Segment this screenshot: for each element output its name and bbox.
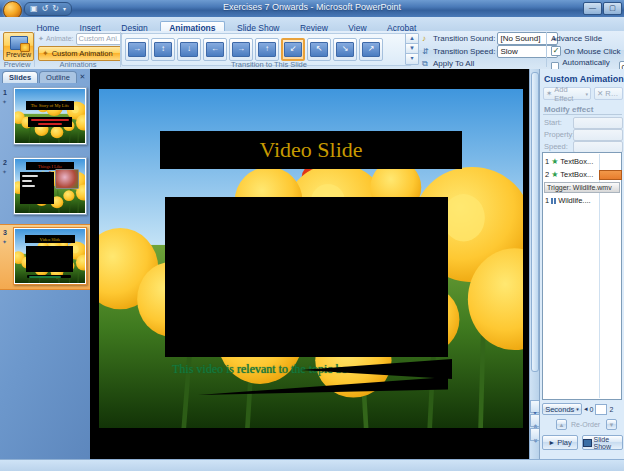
transition-tile[interactable]: ↕ bbox=[151, 38, 175, 61]
powerpoint-window: ▣ ↺ ↻ ▾ Exercises 7 Onwards - Microsoft … bbox=[0, 0, 624, 471]
play-button[interactable]: ► Play bbox=[542, 435, 578, 450]
pause-effect-icon bbox=[551, 198, 556, 204]
preview-button-label: Preview bbox=[6, 51, 31, 58]
close-panel-icon[interactable]: ✕ bbox=[78, 72, 87, 81]
animate-icon: ✦ bbox=[38, 35, 44, 43]
custom-animation-icon: ✦ bbox=[42, 49, 49, 58]
timeline-bar[interactable] bbox=[599, 170, 622, 180]
trigger-animation-item-1[interactable]: 1 Wildlife.... bbox=[545, 195, 619, 206]
scrollbar-thumb[interactable] bbox=[531, 72, 539, 372]
workspace: Slides Outline ✕ 1 ✦ The Story of My Lif… bbox=[0, 69, 624, 459]
add-effect-button[interactable]: ✶ Add Effect ▾ bbox=[543, 87, 591, 100]
preview-icon bbox=[10, 36, 28, 50]
property-label: Property: bbox=[544, 130, 574, 139]
slide-editor-area: Video Slide This video is relevant to th… bbox=[90, 69, 529, 459]
transition-speed-icon: ⇵ bbox=[422, 47, 431, 56]
slide-thumbnail-3[interactable]: Video Slide bbox=[13, 227, 87, 285]
advance-slide-title: Advance Slide bbox=[551, 34, 602, 43]
seconds-dropdown[interactable]: Seconds ▾ bbox=[542, 403, 582, 415]
slide-number: 2 bbox=[3, 159, 7, 166]
timeline-zoom-box[interactable] bbox=[595, 404, 607, 415]
ribbon: Preview Preview ✦ Animate: Custom Ani...… bbox=[0, 31, 624, 70]
status-bar bbox=[0, 459, 624, 471]
transition-tile[interactable]: ↑ bbox=[255, 38, 279, 61]
transition-tile[interactable]: ↖ bbox=[307, 38, 331, 61]
slide-title-textbox[interactable]: Video Slide bbox=[160, 131, 462, 169]
tab-slides[interactable]: Slides bbox=[2, 71, 38, 83]
apply-to-all-icon: ⧉ bbox=[422, 59, 431, 68]
animation-indicator-icon: ✦ bbox=[2, 238, 7, 245]
maximize-button[interactable]: ▢ bbox=[603, 2, 622, 15]
trigger-header: Trigger: Wildlife.wmv bbox=[544, 182, 620, 193]
animation-indicator-icon: ✦ bbox=[2, 98, 7, 105]
animation-item-1[interactable]: 1 ★ TextBox... bbox=[545, 156, 619, 167]
chevron-down-icon: ▾ bbox=[585, 91, 588, 97]
reorder-down-button[interactable]: ▼ bbox=[606, 419, 617, 430]
modify-effect-heading: Modify effect bbox=[544, 105, 593, 114]
reorder-label: Re-Order bbox=[571, 421, 600, 428]
animate-row: ✦ Animate: Custom Ani...▾ bbox=[38, 33, 132, 44]
ribbon-tab-row: Home Insert Design Animations Slide Show… bbox=[0, 17, 624, 31]
transition-speed-select[interactable]: Slow▾ bbox=[497, 45, 558, 58]
reorder-up-button[interactable]: ▲ bbox=[556, 419, 567, 430]
timeline-tick-0: 0 bbox=[590, 406, 594, 413]
on-mouse-click-checkbox[interactable]: ✓ On Mouse Click bbox=[551, 46, 620, 56]
photo-placeholder bbox=[55, 169, 79, 189]
slide-number: 1 bbox=[3, 89, 7, 96]
custom-animation-button[interactable]: ✦ Custom Animation bbox=[38, 46, 126, 61]
preview-button[interactable]: Preview bbox=[3, 32, 34, 61]
add-effect-icon: ✶ bbox=[546, 89, 552, 98]
transition-group-label: Transition to This Slide bbox=[121, 60, 417, 69]
remove-button[interactable]: ✕ Remove bbox=[594, 87, 623, 100]
slide-number: 3 bbox=[3, 229, 7, 236]
slide-thumbnail-2[interactable]: Things I Like bbox=[13, 157, 87, 215]
main-scrollbar[interactable]: ▾ « « bbox=[529, 69, 539, 459]
transition-tile[interactable]: → bbox=[125, 38, 149, 61]
remove-icon: ✕ bbox=[597, 89, 603, 98]
custom-animation-pane: Custom Animation ✶ Add Effect ▾ ✕ Remove… bbox=[539, 69, 624, 459]
chevron-down-icon: ▾ bbox=[576, 406, 579, 412]
animation-list: 1 ★ TextBox... 2 ★ TextBox... Trigger: W… bbox=[542, 152, 622, 400]
transition-tile[interactable]: ↓ bbox=[177, 38, 201, 61]
start-field bbox=[573, 117, 623, 129]
transition-tile[interactable]: ↗ bbox=[359, 38, 383, 61]
apply-to-all-button[interactable]: ⧉ Apply To All bbox=[422, 58, 474, 69]
transition-sound-icon: ♪ bbox=[422, 34, 431, 43]
timeline-scroll-left-icon[interactable]: ◂ bbox=[584, 405, 588, 413]
transition-tile-selected[interactable]: ↙ bbox=[281, 38, 305, 61]
property-field bbox=[573, 129, 623, 141]
play-icon: ► bbox=[548, 439, 555, 446]
slide-show-icon bbox=[583, 439, 592, 447]
pane-title: Custom Animation bbox=[544, 74, 624, 84]
animation-indicator-icon: ✦ bbox=[2, 168, 7, 175]
transition-tile[interactable]: ↘ bbox=[333, 38, 357, 61]
minimize-button[interactable]: — bbox=[583, 2, 602, 15]
slide-canvas[interactable]: Video Slide This video is relevant to th… bbox=[99, 89, 523, 428]
timeline-tick-2: 2 bbox=[609, 406, 613, 413]
entrance-effect-icon: ★ bbox=[551, 170, 558, 179]
tab-outline[interactable]: Outline bbox=[39, 71, 77, 83]
slide-show-button[interactable]: Slide Show bbox=[582, 435, 623, 450]
entrance-effect-icon: ★ bbox=[551, 157, 558, 166]
slide-thumbnail-1[interactable]: The Story of My Life bbox=[13, 87, 87, 145]
animate-label: Animate: bbox=[46, 35, 74, 42]
transition-tile[interactable]: ← bbox=[203, 38, 227, 61]
slide-title-text: Video Slide bbox=[259, 137, 362, 163]
transition-speed-label: Transition Speed: bbox=[433, 47, 495, 56]
transition-sound-label: Transition Sound: bbox=[433, 34, 495, 43]
transition-sound-select[interactable]: [No Sound]▾ bbox=[497, 32, 558, 45]
preview-group-label: Preview bbox=[0, 60, 34, 69]
animations-group-label: Animations bbox=[36, 60, 120, 69]
transition-tile[interactable]: → bbox=[229, 38, 253, 61]
checkbox-checked-icon: ✓ bbox=[551, 46, 561, 56]
speed-label: Speed: bbox=[544, 142, 568, 151]
video-placeholder[interactable] bbox=[165, 197, 448, 357]
slides-panel: Slides Outline ✕ 1 ✦ The Story of My Lif… bbox=[0, 69, 90, 459]
start-label: Start: bbox=[544, 118, 562, 127]
window-title: Exercises 7 Onwards - Microsoft PowerPoi… bbox=[0, 2, 624, 12]
